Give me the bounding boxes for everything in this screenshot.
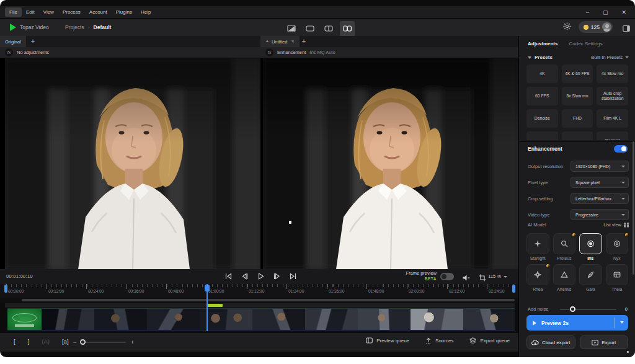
zoom-slider-knob[interactable] (80, 339, 86, 345)
menu-view[interactable]: View (39, 7, 58, 17)
preset-film-4k-l[interactable]: Film 4K L (597, 109, 628, 128)
panel-scrollbar[interactable] (633, 141, 634, 275)
zoom-slider-track[interactable] (81, 342, 126, 343)
model-rhea[interactable]: Rhea (526, 264, 549, 291)
preset-auto-crop-stabilization[interactable]: Auto crop stabilization (597, 87, 628, 105)
preview-segment[interactable] (208, 304, 223, 307)
sources-button[interactable]: Sources (425, 337, 453, 344)
preset-denoise[interactable]: Denoise (526, 109, 558, 128)
video-type-select[interactable]: Progressive (571, 209, 629, 220)
resize-grip[interactable] (627, 351, 629, 353)
tab-close-icon[interactable]: ✕ (291, 39, 295, 44)
preset-8x-slowmo[interactable]: 8x Slow mo (562, 87, 593, 105)
split-diagonal-view-icon[interactable] (284, 21, 299, 37)
model-artemis[interactable]: Artemis (553, 264, 576, 291)
export-button[interactable]: Export (580, 335, 629, 349)
presets-collapse[interactable]: Presets (528, 55, 553, 60)
menu-edit[interactable]: Edit (22, 7, 39, 17)
skip-to-end-button[interactable] (289, 272, 297, 280)
tab-original[interactable]: Original (0, 36, 26, 47)
mute-speaker-icon[interactable] (462, 273, 470, 284)
pixel-type-select[interactable]: Square pixel (571, 177, 629, 188)
preset-general[interactable]: General (597, 131, 628, 140)
filmstrip-thumbnail[interactable] (305, 309, 358, 330)
tab-adjustments[interactable]: Adjustments (528, 41, 557, 47)
preview-button[interactable]: Preview 2s (526, 315, 628, 331)
filmstrip-thumbnail[interactable] (42, 309, 94, 330)
play-button[interactable] (257, 272, 265, 280)
crop-setting-select[interactable]: Letterbox/Pillarbox (571, 193, 629, 204)
preset-4k[interactable]: 4K (526, 64, 558, 83)
tab-untitled[interactable]: ✦ Untitled ✕ (260, 36, 300, 47)
crop-trim-icon[interactable] (479, 273, 486, 284)
enhanced-video-frame[interactable] (263, 58, 518, 269)
filmstrip-thumbnail[interactable] (252, 309, 305, 330)
chevron-down-icon[interactable] (620, 321, 624, 324)
single-view-icon[interactable] (303, 21, 318, 37)
cloud-export-button[interactable]: Cloud export (526, 335, 575, 349)
settings-gear-icon[interactable] (563, 22, 571, 33)
close-icon[interactable]: ✕ (621, 9, 626, 16)
model-gaia[interactable]: Gaia (579, 264, 602, 291)
menu-file[interactable]: File (5, 7, 22, 17)
avatar[interactable] (602, 22, 611, 32)
filmstrip-thumbnail[interactable] (94, 309, 147, 330)
preset-4x-slowmo[interactable]: 4x Slow mo (597, 64, 628, 83)
minimize-icon[interactable]: – (586, 9, 589, 16)
model-theia[interactable]: Theia (606, 264, 629, 291)
original-video-frame[interactable] (5, 58, 260, 269)
menu-account[interactable]: Account (85, 7, 112, 17)
right-adjustments-summary[interactable]: fx Enhancement Iris MQ Auto (265, 48, 335, 56)
preset-clipped[interactable] (562, 131, 593, 140)
maximize-icon[interactable]: ▢ (603, 9, 608, 16)
set-out-point-button[interactable]: ] (28, 338, 30, 345)
breadcrumb-current[interactable]: Default (94, 24, 112, 30)
preset-4k-60fps[interactable]: 4K & 60 FPS (562, 64, 593, 83)
viewer-zoom-level[interactable]: 115 % (488, 273, 507, 279)
skip-to-start-button[interactable] (224, 272, 233, 280)
side-by-side-view-icon[interactable] (340, 21, 355, 37)
trim-out-marker[interactable] (512, 285, 515, 293)
previous-frame-button[interactable] (241, 272, 249, 280)
add-noise-slider[interactable] (560, 309, 616, 310)
panel-toggle-icon[interactable] (623, 24, 630, 35)
preview-queue-button[interactable]: Preview queue (366, 337, 409, 344)
credits-badge[interactable]: 125 (579, 21, 613, 33)
filmstrip-thumbnail[interactable] (411, 309, 463, 330)
menu-process[interactable]: Process (58, 7, 85, 17)
preset-clipped[interactable] (526, 131, 558, 140)
breadcrumb-projects[interactable]: Projects (65, 24, 84, 30)
export-queue-button[interactable]: Export queue (469, 337, 510, 344)
set-in-point-button[interactable]: [ (14, 338, 16, 345)
filmstrip-thumbnail[interactable] (463, 309, 515, 330)
enhancement-toggle[interactable] (614, 145, 628, 153)
timeline-ruler[interactable]: 00:00:00 00:12:00 00:24:00 00:36:00 00:4… (0, 284, 518, 298)
filmstrip-thumbnail[interactable] (358, 309, 411, 330)
frame-preview-toggle[interactable] (440, 273, 454, 280)
timeline-scrollbar-thumb[interactable] (22, 299, 515, 301)
list-view-toggle[interactable]: List view (603, 222, 629, 228)
zoom-out-button[interactable]: – (73, 339, 76, 345)
menu-plugins[interactable]: Plugins (112, 7, 136, 17)
zoom-in-button[interactable]: + (131, 339, 134, 345)
output-resolution-select[interactable]: 1920×1080 (FHD) (571, 161, 629, 172)
add-noise-knob[interactable] (570, 306, 575, 312)
split-view-icon[interactable] (321, 21, 336, 37)
model-nyx[interactable]: Nyx (606, 233, 629, 260)
filmstrip-thumbnail[interactable] (7, 309, 42, 330)
filmstrip-thumbnail[interactable] (147, 309, 200, 330)
new-tab-button-right[interactable]: + (300, 37, 308, 45)
next-frame-button[interactable] (273, 272, 281, 280)
new-tab-button-left[interactable]: + (29, 37, 37, 45)
model-starlight[interactable]: Starlight (526, 233, 549, 260)
playhead-handle[interactable] (205, 285, 210, 291)
left-adjustments-summary[interactable]: fx No adjustments (5, 48, 49, 56)
menu-help[interactable]: Help (136, 7, 155, 17)
marker-a-button[interactable]: [a] (62, 338, 69, 345)
model-iris[interactable]: Iris (579, 233, 602, 260)
preset-fhd[interactable]: FHD (562, 109, 593, 128)
preset-60fps[interactable]: 60 FPS (526, 87, 558, 105)
tab-codec-settings[interactable]: Codec Settings (569, 41, 602, 47)
model-proteus[interactable]: Proteus (553, 233, 576, 260)
trim-in-marker[interactable] (4, 285, 7, 293)
